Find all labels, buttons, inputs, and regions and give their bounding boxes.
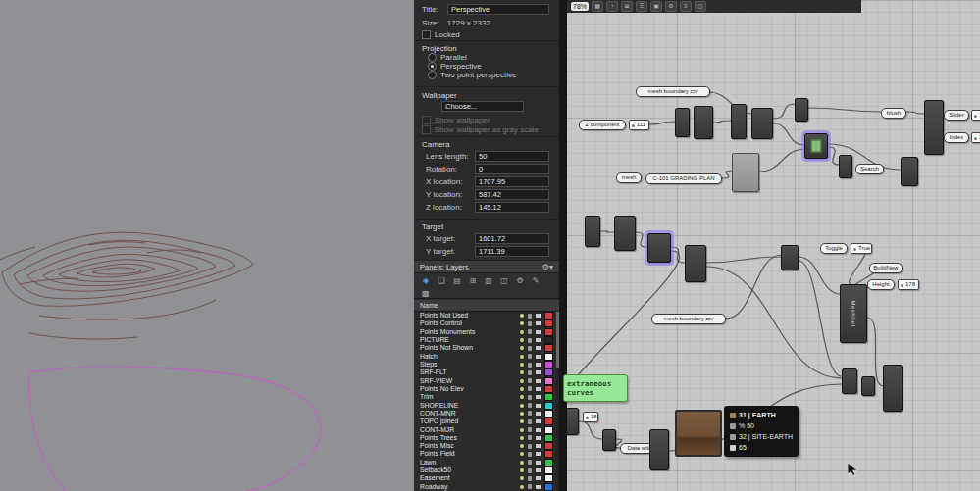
param-pill[interactable]: Slider: [944, 110, 969, 121]
layer-color-swatch[interactable]: [544, 402, 553, 410]
layer-print-icon[interactable]: [536, 452, 541, 456]
grid-icon[interactable]: ⊞: [621, 1, 633, 12]
param-pill[interactable]: Z component: [579, 120, 626, 130]
layer-row[interactable]: Lawn: [414, 459, 559, 466]
layer-visibility-icon[interactable]: [520, 419, 524, 423]
layer-visibility-icon[interactable]: [520, 355, 524, 359]
layer-lock-icon[interactable]: [528, 427, 532, 432]
layer-visibility-icon[interactable]: [520, 321, 524, 325]
layer-lock-icon[interactable]: [528, 370, 532, 375]
layer-lock-icon[interactable]: [528, 419, 532, 424]
layer-color-swatch[interactable]: [544, 459, 553, 466]
layer-visibility-icon[interactable]: [520, 444, 524, 448]
title-input[interactable]: Perspective: [447, 4, 549, 15]
layer-visibility-icon[interactable]: [520, 476, 524, 480]
layer-visibility-icon[interactable]: [520, 338, 524, 342]
layer-visibility-icon[interactable]: [520, 461, 524, 465]
component[interactable]: [804, 133, 828, 159]
layer-color-swatch[interactable]: [544, 417, 553, 425]
layer-color-swatch[interactable]: [544, 368, 553, 376]
param-pill[interactable]: C-101 GRADING PLAN: [645, 173, 722, 184]
layer-print-icon[interactable]: [536, 330, 541, 334]
camera-input[interactable]: 50: [475, 151, 549, 162]
layer-visibility-icon[interactable]: [520, 363, 524, 367]
layer-color-swatch[interactable]: [544, 312, 553, 319]
checker-icon[interactable]: ▦: [592, 1, 603, 12]
component[interactable]: [602, 429, 616, 451]
component[interactable]: [731, 104, 747, 139]
projection-option[interactable]: Two point perspective: [414, 71, 559, 79]
layer-color-swatch[interactable]: [544, 442, 553, 450]
layer-color-swatch[interactable]: [544, 361, 553, 368]
value-chip[interactable]: 111: [629, 120, 649, 130]
layer-print-icon[interactable]: [536, 355, 541, 359]
camera-input[interactable]: 0: [475, 164, 549, 174]
layer-lock-icon[interactable]: [528, 363, 532, 368]
value-chip[interactable]: 18: [583, 412, 598, 422]
layer-row[interactable]: TOPO joined: [414, 417, 559, 425]
layer-print-icon[interactable]: [536, 404, 541, 408]
layer-lock-icon[interactable]: [528, 321, 532, 326]
layer-row[interactable]: Trim: [414, 393, 559, 401]
layer-row[interactable]: SHORELINE: [414, 401, 559, 409]
projection-option[interactable]: Parallel: [414, 53, 559, 62]
component[interactable]: [842, 368, 857, 394]
material-icon[interactable]: ◫: [498, 275, 510, 286]
component[interactable]: [901, 157, 918, 186]
layer-row[interactable]: CONT-MJR: [414, 425, 559, 433]
layer-print-icon[interactable]: [536, 436, 541, 440]
layer-visibility-icon[interactable]: [520, 379, 524, 383]
component[interactable]: [732, 153, 759, 192]
layer-lock-icon[interactable]: [528, 354, 532, 359]
layer-visibility-icon[interactable]: [520, 485, 524, 489]
layers-name-header[interactable]: Name: [414, 300, 559, 312]
component[interactable]: [614, 216, 636, 251]
component[interactable]: [565, 408, 579, 435]
folder-icon[interactable]: ▩: [422, 289, 430, 298]
layer-lock-icon[interactable]: [528, 484, 532, 489]
radio-two-point-perspective[interactable]: [428, 71, 437, 79]
layer-visibility-icon[interactable]: [520, 412, 524, 416]
layer-row[interactable]: SRF-VIEW: [414, 377, 559, 385]
param-pill[interactable]: mesh boundary crv: [636, 86, 710, 97]
layer-color-swatch[interactable]: [544, 474, 553, 482]
widget-icon[interactable]: ◫: [695, 1, 706, 12]
layer-visibility-icon[interactable]: [520, 395, 524, 399]
component[interactable]: MeshSet: [840, 284, 867, 343]
param-pill[interactable]: Index: [944, 132, 969, 143]
locked-checkbox[interactable]: [422, 30, 431, 39]
colour-swatch-component[interactable]: [675, 410, 722, 457]
component[interactable]: [883, 365, 903, 412]
layer-print-icon[interactable]: [536, 428, 541, 432]
panels-layers-bar[interactable]: Panels: Layers ⚙▾: [414, 260, 559, 273]
layer-color-swatch[interactable]: [544, 450, 553, 458]
list-icon[interactable]: ≡: [680, 1, 692, 12]
target-input[interactable]: 1711.39: [475, 246, 549, 257]
layer-lock-icon[interactable]: [528, 378, 532, 383]
component[interactable]: [839, 155, 852, 178]
layer-print-icon[interactable]: [536, 468, 541, 472]
layer-color-swatch[interactable]: [544, 377, 553, 385]
layer-color-swatch[interactable]: [544, 344, 553, 352]
component[interactable]: [694, 106, 713, 139]
layer-visibility-icon[interactable]: [520, 370, 524, 374]
layer-color-swatch[interactable]: [544, 434, 553, 442]
layer-visibility-icon[interactable]: [520, 346, 524, 350]
layer-print-icon[interactable]: [536, 444, 541, 448]
layer-print-icon[interactable]: [536, 419, 541, 423]
layers-icon[interactable]: ❏: [436, 275, 447, 286]
value-chip[interactable]: 178: [898, 279, 919, 290]
layer-visibility-icon[interactable]: [520, 436, 524, 440]
layer-lock-icon[interactable]: [528, 460, 532, 465]
layer-row[interactable]: PICTURE: [414, 336, 559, 344]
radio-parallel[interactable]: [428, 53, 437, 62]
pencil-icon[interactable]: ✎: [530, 275, 542, 286]
layer-lock-icon[interactable]: [528, 338, 532, 343]
layer-lock-icon[interactable]: [528, 346, 532, 351]
camera-icon[interactable]: ◔: [606, 1, 618, 12]
layer-row[interactable]: Points Not Used: [414, 312, 559, 319]
component[interactable]: [647, 233, 671, 263]
layer-color-swatch[interactable]: [544, 426, 553, 434]
component[interactable]: [924, 100, 944, 155]
layer-print-icon[interactable]: [536, 370, 541, 374]
